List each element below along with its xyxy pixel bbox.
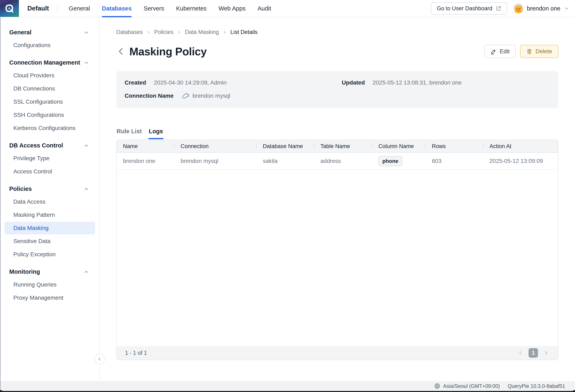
title-actions: Edit Delete xyxy=(484,45,558,58)
user-avatar-emoji-icon xyxy=(513,3,523,13)
nav-tab-kubernetes[interactable]: Kubernetes xyxy=(176,0,207,17)
sidebar-nav: GeneralConfigurationsConnection Manageme… xyxy=(0,17,99,304)
column-header-table-name: Table Name xyxy=(314,140,372,152)
sidebar-collapse-button[interactable] xyxy=(94,354,105,365)
pagination-page-1[interactable]: 1 xyxy=(528,348,538,358)
sidebar-item-configurations[interactable]: Configurations xyxy=(4,39,95,52)
nav-tab-databases[interactable]: Databases xyxy=(102,0,132,17)
policy-info-panel: Created 2025-04-30 14:29:09, Admin Updat… xyxy=(116,71,558,108)
sidebar-item-ssl-configurations[interactable]: SSL Configurations xyxy=(4,96,95,108)
chevron-up-icon xyxy=(83,143,89,148)
delete-button-label: Delete xyxy=(535,48,552,55)
sidebar-section-title: Connection Management xyxy=(9,59,80,66)
sidebar-item-access-control[interactable]: Access Control xyxy=(4,165,95,178)
updated-value: 2025-05-12 13:08:31, brendon one xyxy=(373,79,462,86)
chevron-up-icon xyxy=(83,269,89,275)
breadcrumb-separator-icon xyxy=(146,30,151,35)
created-label: Created xyxy=(125,79,146,86)
chevron-left-icon xyxy=(518,350,523,356)
user-menu[interactable]: brendon one xyxy=(513,3,570,13)
delete-button[interactable]: Delete xyxy=(520,45,558,58)
sidebar-item-privilege-type[interactable]: Privilege Type xyxy=(4,152,95,165)
page-title-row: Masking Policy Edit Delete xyxy=(116,45,558,58)
sidebar-item-cloud-providers[interactable]: Cloud Providers xyxy=(4,69,95,82)
sidebar-item-kerberos-configurations[interactable]: Kerberos Configurations xyxy=(4,122,95,135)
pagination-bar: 1 - 1 of 1 1 xyxy=(117,346,558,360)
nav-tab-general[interactable]: General xyxy=(69,0,90,17)
detail-tabs: Rule ListLogs xyxy=(116,128,558,139)
globe-icon xyxy=(434,383,440,389)
workspace-name: Default xyxy=(27,5,49,12)
nav-tab-web-apps[interactable]: Web Apps xyxy=(219,0,246,17)
breadcrumb-data-masking[interactable]: Data Masking xyxy=(185,29,219,35)
edit-button[interactable]: Edit xyxy=(484,45,516,58)
chevron-right-icon xyxy=(543,350,549,356)
nav-tab-audit[interactable]: Audit xyxy=(258,0,271,17)
chevron-up-icon xyxy=(83,30,89,35)
cell-database-name: sakila xyxy=(256,158,314,164)
cell-name: brendon one xyxy=(117,158,174,164)
sidebar-item-ssh-configurations[interactable]: SSH Configurations xyxy=(4,109,95,121)
sidebar-section-header-policies[interactable]: Policies xyxy=(4,183,95,195)
user-avatar xyxy=(513,3,523,13)
pagination-prev-button[interactable] xyxy=(518,350,523,356)
sidebar-section-title: DB Access Control xyxy=(9,142,63,149)
topbar-right: Go to User Dashboard b xyxy=(431,2,575,15)
sidebar-section-title: Monitoring xyxy=(9,269,40,275)
go-to-user-dashboard-button[interactable]: Go to User Dashboard xyxy=(431,2,507,15)
cell-table-name: address xyxy=(314,158,372,164)
tab-logs[interactable]: Logs xyxy=(148,128,163,139)
main-content: DatabasesPoliciesData MaskingList Detail… xyxy=(100,17,575,381)
sidebar-section-policies: PoliciesData AccessMasking PatternData M… xyxy=(4,183,95,261)
chevron-right-icon xyxy=(146,30,151,35)
timezone-text: Asia/Seoul (GMT+09:00) xyxy=(443,383,500,389)
sidebar-item-masking-pattern[interactable]: Masking Pattern xyxy=(4,209,95,221)
pagination-controls: 1 xyxy=(518,348,549,358)
primary-nav: GeneralDatabasesServersKubernetesWeb App… xyxy=(69,0,271,17)
column-header-rows: Rows xyxy=(426,140,483,152)
column-name-badge: phone xyxy=(378,156,402,166)
chevron-up-icon xyxy=(83,60,89,66)
querypie-logo[interactable] xyxy=(0,0,19,17)
tab-rule-list[interactable]: Rule List xyxy=(116,128,142,139)
logs-table: NameConnectionDatabase NameTable NameCol… xyxy=(116,140,558,360)
chevron-down-icon xyxy=(564,5,570,11)
sidebar-item-proxy-management[interactable]: Proxy Management xyxy=(4,292,95,304)
pagination-summary: 1 - 1 of 1 xyxy=(125,350,147,356)
sidebar-section-db-access-control: DB Access ControlPrivilege TypeAccess Co… xyxy=(4,140,95,178)
logs-table-header: NameConnectionDatabase NameTable NameCol… xyxy=(117,140,558,153)
sidebar-section-header-general[interactable]: General xyxy=(4,26,95,38)
sidebar-item-data-masking[interactable]: Data Masking xyxy=(4,222,95,234)
sidebar-item-db-connections[interactable]: DB Connections xyxy=(4,82,95,95)
sidebar-item-data-access[interactable]: Data Access xyxy=(4,196,95,208)
breadcrumb-policies[interactable]: Policies xyxy=(154,29,173,35)
chevron-right-icon xyxy=(177,30,181,35)
sidebar-section-title: General xyxy=(9,29,31,36)
nav-tab-servers[interactable]: Servers xyxy=(144,0,164,17)
back-chevron-icon xyxy=(116,47,126,56)
cell-column-name: phone xyxy=(372,156,426,166)
table-row[interactable]: brendon onebrendon mysqlsakilaaddresspho… xyxy=(117,153,558,170)
column-header-column-name: Column Name xyxy=(372,140,426,152)
edit-button-label: Edit xyxy=(500,48,510,55)
sidebar-section-header-connection-management[interactable]: Connection Management xyxy=(4,57,95,69)
breadcrumb-separator-icon xyxy=(177,30,181,35)
cell-action-at: 2025-05-12 13:09:09 xyxy=(483,158,558,164)
back-button[interactable] xyxy=(116,47,126,56)
go-to-user-dashboard-label: Go to User Dashboard xyxy=(437,5,492,12)
timezone-indicator: Asia/Seoul (GMT+09:00) xyxy=(434,383,500,389)
breadcrumb-databases[interactable]: Databases xyxy=(116,29,143,35)
column-header-name: Name xyxy=(117,140,174,152)
sidebar-section-header-db-access-control[interactable]: DB Access Control xyxy=(4,140,95,151)
sidebar-item-sensitive-data[interactable]: Sensitive Data xyxy=(4,235,95,248)
sidebar-item-running-queries[interactable]: Running Queries xyxy=(4,278,95,291)
pagination-next-button[interactable] xyxy=(543,350,549,356)
version-text: QueryPie 10.3.0-8abaf51 xyxy=(508,383,565,389)
chevron-right-icon xyxy=(222,30,227,35)
sidebar-section-header-monitoring[interactable]: Monitoring xyxy=(4,266,95,278)
trash-icon xyxy=(526,48,532,54)
sidebar-item-policy-exception[interactable]: Policy Exception xyxy=(4,248,95,261)
connection-name-field: Connection Name brendon mysql xyxy=(125,92,342,100)
updated-label: Updated xyxy=(342,79,365,86)
connection-name-text: brendon mysql xyxy=(192,93,230,99)
